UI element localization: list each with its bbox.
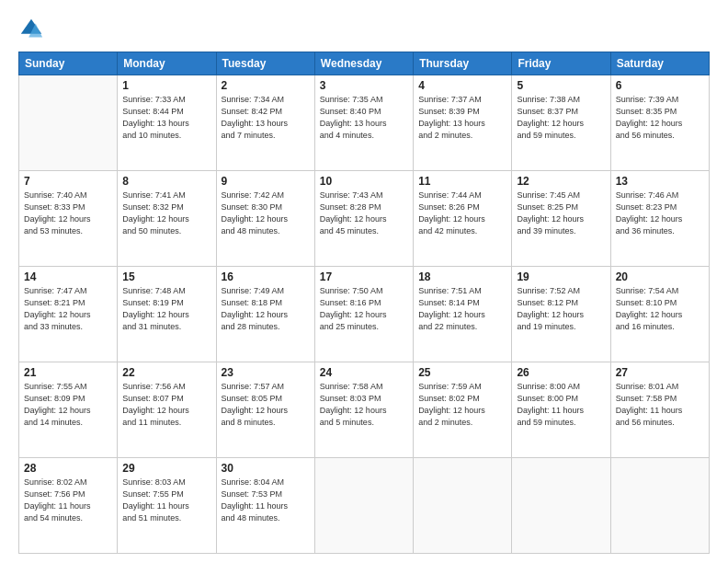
day-number: 27 xyxy=(616,366,704,379)
page: SundayMondayTuesdayWednesdayThursdayFrid… xyxy=(0,0,728,563)
calendar-cell: 28Sunrise: 8:02 AM Sunset: 7:56 PM Dayli… xyxy=(19,458,118,554)
day-info: Sunrise: 7:49 AM Sunset: 8:18 PM Dayligh… xyxy=(222,285,310,333)
day-number: 12 xyxy=(517,175,605,188)
calendar-cell: 15Sunrise: 7:48 AM Sunset: 8:19 PM Dayli… xyxy=(118,267,216,362)
calendar-cell: 25Sunrise: 7:59 AM Sunset: 8:02 PM Dayli… xyxy=(414,362,512,458)
day-number: 26 xyxy=(517,366,605,379)
day-number: 4 xyxy=(418,79,506,92)
calendar-week-row: 1Sunrise: 7:33 AM Sunset: 8:44 PM Daylig… xyxy=(19,75,710,171)
calendar-cell: 18Sunrise: 7:51 AM Sunset: 8:14 PM Dayli… xyxy=(414,267,512,362)
day-number: 3 xyxy=(320,79,408,92)
calendar-day-header: Sunday xyxy=(19,52,118,75)
day-info: Sunrise: 7:51 AM Sunset: 8:14 PM Dayligh… xyxy=(418,285,506,333)
day-number: 30 xyxy=(222,462,310,475)
calendar-day-header: Friday xyxy=(512,52,610,75)
calendar-cell: 2Sunrise: 7:34 AM Sunset: 8:42 PM Daylig… xyxy=(216,75,314,171)
day-number: 8 xyxy=(122,175,210,188)
day-info: Sunrise: 7:58 AM Sunset: 8:03 PM Dayligh… xyxy=(320,381,408,429)
calendar-day-header: Thursday xyxy=(414,52,512,75)
calendar-day-header: Wednesday xyxy=(314,52,413,75)
calendar-cell: 8Sunrise: 7:41 AM Sunset: 8:32 PM Daylig… xyxy=(118,171,216,267)
day-info: Sunrise: 7:59 AM Sunset: 8:02 PM Dayligh… xyxy=(418,381,506,429)
day-info: Sunrise: 7:33 AM Sunset: 8:44 PM Dayligh… xyxy=(122,94,210,142)
calendar-cell: 10Sunrise: 7:43 AM Sunset: 8:28 PM Dayli… xyxy=(314,171,413,267)
day-number: 18 xyxy=(418,270,506,283)
day-info: Sunrise: 7:38 AM Sunset: 8:37 PM Dayligh… xyxy=(517,94,605,142)
day-info: Sunrise: 8:01 AM Sunset: 7:58 PM Dayligh… xyxy=(616,381,704,429)
day-number: 2 xyxy=(222,79,310,92)
calendar-cell: 12Sunrise: 7:45 AM Sunset: 8:25 PM Dayli… xyxy=(512,171,610,267)
calendar-cell: 9Sunrise: 7:42 AM Sunset: 8:30 PM Daylig… xyxy=(216,171,314,267)
day-number: 20 xyxy=(616,270,704,283)
day-info: Sunrise: 7:46 AM Sunset: 8:23 PM Dayligh… xyxy=(616,190,704,237)
calendar-cell xyxy=(19,75,118,171)
day-info: Sunrise: 7:57 AM Sunset: 8:05 PM Dayligh… xyxy=(222,381,310,429)
day-number: 24 xyxy=(320,366,408,379)
calendar-cell: 27Sunrise: 8:01 AM Sunset: 7:58 PM Dayli… xyxy=(610,362,709,458)
calendar-cell: 29Sunrise: 8:03 AM Sunset: 7:55 PM Dayli… xyxy=(118,458,216,554)
day-info: Sunrise: 7:55 AM Sunset: 8:09 PM Dayligh… xyxy=(24,381,112,429)
day-number: 29 xyxy=(122,462,210,475)
calendar-cell: 20Sunrise: 7:54 AM Sunset: 8:10 PM Dayli… xyxy=(610,267,709,362)
calendar-cell: 11Sunrise: 7:44 AM Sunset: 8:26 PM Dayli… xyxy=(414,171,512,267)
calendar-header-row: SundayMondayTuesdayWednesdayThursdayFrid… xyxy=(19,52,710,75)
day-info: Sunrise: 7:41 AM Sunset: 8:32 PM Dayligh… xyxy=(122,190,210,237)
day-info: Sunrise: 7:44 AM Sunset: 8:26 PM Dayligh… xyxy=(418,190,506,237)
day-info: Sunrise: 7:40 AM Sunset: 8:33 PM Dayligh… xyxy=(24,190,112,237)
logo-icon xyxy=(18,17,44,42)
calendar-cell: 16Sunrise: 7:49 AM Sunset: 8:18 PM Dayli… xyxy=(216,267,314,362)
day-number: 9 xyxy=(222,175,310,188)
calendar-cell: 4Sunrise: 7:37 AM Sunset: 8:39 PM Daylig… xyxy=(414,75,512,171)
day-number: 21 xyxy=(24,366,112,379)
calendar-cell: 6Sunrise: 7:39 AM Sunset: 8:35 PM Daylig… xyxy=(610,75,709,171)
calendar-cell: 24Sunrise: 7:58 AM Sunset: 8:03 PM Dayli… xyxy=(314,362,413,458)
day-info: Sunrise: 7:45 AM Sunset: 8:25 PM Dayligh… xyxy=(517,190,605,237)
calendar-week-row: 28Sunrise: 8:02 AM Sunset: 7:56 PM Dayli… xyxy=(19,458,710,554)
day-info: Sunrise: 7:43 AM Sunset: 8:28 PM Dayligh… xyxy=(320,190,408,237)
calendar-cell: 1Sunrise: 7:33 AM Sunset: 8:44 PM Daylig… xyxy=(118,75,216,171)
day-number: 17 xyxy=(320,270,408,283)
calendar-cell: 3Sunrise: 7:35 AM Sunset: 8:40 PM Daylig… xyxy=(314,75,413,171)
calendar-cell: 13Sunrise: 7:46 AM Sunset: 8:23 PM Dayli… xyxy=(610,171,709,267)
day-number: 22 xyxy=(122,366,210,379)
day-info: Sunrise: 7:48 AM Sunset: 8:19 PM Dayligh… xyxy=(122,285,210,333)
day-info: Sunrise: 8:00 AM Sunset: 8:00 PM Dayligh… xyxy=(517,381,605,429)
day-info: Sunrise: 7:52 AM Sunset: 8:12 PM Dayligh… xyxy=(517,285,605,333)
day-number: 16 xyxy=(222,270,310,283)
day-info: Sunrise: 7:37 AM Sunset: 8:39 PM Dayligh… xyxy=(418,94,506,142)
calendar-cell: 17Sunrise: 7:50 AM Sunset: 8:16 PM Dayli… xyxy=(314,267,413,362)
day-info: Sunrise: 7:54 AM Sunset: 8:10 PM Dayligh… xyxy=(616,285,704,333)
calendar-cell: 21Sunrise: 7:55 AM Sunset: 8:09 PM Dayli… xyxy=(19,362,118,458)
day-info: Sunrise: 7:50 AM Sunset: 8:16 PM Dayligh… xyxy=(320,285,408,333)
calendar-cell: 7Sunrise: 7:40 AM Sunset: 8:33 PM Daylig… xyxy=(19,171,118,267)
day-info: Sunrise: 8:04 AM Sunset: 7:53 PM Dayligh… xyxy=(222,477,310,524)
calendar-cell xyxy=(414,458,512,554)
day-number: 14 xyxy=(24,270,112,283)
calendar-day-header: Monday xyxy=(118,52,216,75)
calendar-week-row: 14Sunrise: 7:47 AM Sunset: 8:21 PM Dayli… xyxy=(19,267,710,362)
day-number: 10 xyxy=(320,175,408,188)
day-info: Sunrise: 7:35 AM Sunset: 8:40 PM Dayligh… xyxy=(320,94,408,142)
calendar-cell: 5Sunrise: 7:38 AM Sunset: 8:37 PM Daylig… xyxy=(512,75,610,171)
day-number: 23 xyxy=(222,366,310,379)
day-number: 28 xyxy=(24,462,112,475)
day-info: Sunrise: 7:47 AM Sunset: 8:21 PM Dayligh… xyxy=(24,285,112,333)
day-number: 5 xyxy=(517,79,605,92)
calendar-cell: 26Sunrise: 8:00 AM Sunset: 8:00 PM Dayli… xyxy=(512,362,610,458)
day-number: 15 xyxy=(122,270,210,283)
calendar-week-row: 21Sunrise: 7:55 AM Sunset: 8:09 PM Dayli… xyxy=(19,362,710,458)
calendar-cell xyxy=(610,458,709,554)
day-info: Sunrise: 7:39 AM Sunset: 8:35 PM Dayligh… xyxy=(616,94,704,142)
calendar-cell: 14Sunrise: 7:47 AM Sunset: 8:21 PM Dayli… xyxy=(19,267,118,362)
day-number: 1 xyxy=(122,79,210,92)
day-info: Sunrise: 7:56 AM Sunset: 8:07 PM Dayligh… xyxy=(122,381,210,429)
day-info: Sunrise: 7:42 AM Sunset: 8:30 PM Dayligh… xyxy=(222,190,310,237)
calendar-cell xyxy=(512,458,610,554)
calendar-week-row: 7Sunrise: 7:40 AM Sunset: 8:33 PM Daylig… xyxy=(19,171,710,267)
day-number: 6 xyxy=(616,79,704,92)
calendar: SundayMondayTuesdayWednesdayThursdayFrid… xyxy=(18,52,710,554)
day-number: 7 xyxy=(24,175,112,188)
logo xyxy=(18,17,48,42)
calendar-cell: 22Sunrise: 7:56 AM Sunset: 8:07 PM Dayli… xyxy=(118,362,216,458)
calendar-day-header: Saturday xyxy=(610,52,709,75)
